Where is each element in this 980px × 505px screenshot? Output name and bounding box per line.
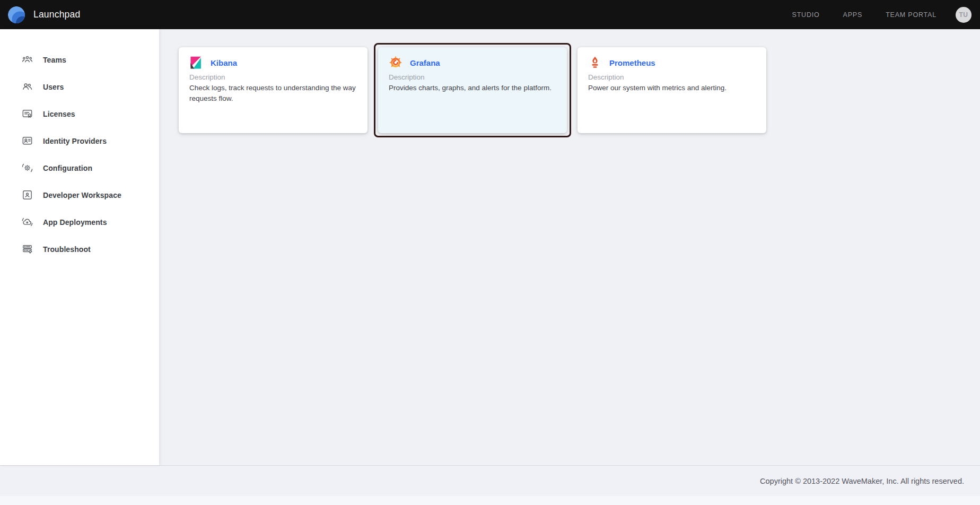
footer: Copyright © 2013-2022 WaveMaker, Inc. Al…	[0, 465, 980, 496]
app-link-grafana[interactable]: Grafana	[410, 58, 440, 67]
app-description: Power our system with metrics and alerti…	[588, 83, 756, 93]
sidebar-item-label: Developer Workspace	[43, 191, 121, 199]
main-content: Kibana Description Check logs, track req…	[159, 29, 980, 465]
brand[interactable]: Launchpad	[7, 6, 80, 24]
app-description: Check logs, track requests to understand…	[189, 83, 357, 103]
sidebar-item-label: App Deployments	[43, 218, 107, 227]
sidebar-item-licenses[interactable]: Licenses	[0, 100, 159, 127]
description-label: Description	[389, 73, 556, 81]
prometheus-logo-icon	[588, 56, 602, 69]
header-nav: STUDIO APPS TEAM PORTAL TU	[792, 7, 972, 23]
grafana-logo-icon	[389, 56, 402, 69]
top-header: Launchpad STUDIO APPS TEAM PORTAL TU	[0, 0, 980, 29]
kibana-logo-icon	[189, 56, 203, 69]
bottom-strip	[0, 496, 980, 505]
sidebar-item-label: Users	[43, 83, 64, 91]
sidebar-item-identity-providers[interactable]: Identity Providers	[0, 127, 159, 154]
app-card-prometheus[interactable]: Prometheus Description Power our system …	[578, 47, 766, 133]
app-card-wrap-prometheus: Prometheus Description Power our system …	[573, 43, 771, 137]
wavemaker-logo-icon	[7, 6, 25, 24]
sidebar-item-label: Licenses	[43, 110, 75, 118]
description-label: Description	[588, 73, 756, 81]
sidebar-item-label: Troubleshoot	[43, 245, 91, 254]
users-icon	[21, 81, 33, 93]
app-card-grid: Kibana Description Check logs, track req…	[179, 47, 980, 133]
troubleshoot-icon	[21, 243, 33, 255]
sidebar: Teams Users	[0, 29, 159, 465]
sidebar-item-label: Identity Providers	[43, 137, 107, 145]
sidebar-item-developer-workspace[interactable]: Developer Workspace	[0, 181, 159, 208]
licenses-icon	[21, 108, 33, 120]
app-card-wrap-kibana: Kibana Description Check logs, track req…	[174, 43, 372, 137]
launchpad-app: Launchpad STUDIO APPS TEAM PORTAL TU	[0, 0, 980, 505]
nav-link-apps[interactable]: APPS	[843, 11, 863, 19]
configuration-icon	[21, 162, 33, 174]
app-link-prometheus[interactable]: Prometheus	[609, 58, 655, 67]
app-deployments-icon	[21, 216, 33, 228]
app-card-grafana[interactable]: Grafana Description Provides charts, gra…	[378, 47, 567, 133]
sidebar-item-label: Configuration	[43, 164, 92, 172]
app-card-wrap-grafana-selected: Grafana Description Provides charts, gra…	[374, 43, 571, 137]
body-row: Teams Users	[0, 29, 980, 465]
copyright-text: Copyright © 2013-2022 WaveMaker, Inc. Al…	[760, 477, 964, 485]
nav-link-studio[interactable]: STUDIO	[792, 11, 820, 19]
sidebar-item-app-deployments[interactable]: App Deployments	[0, 208, 159, 236]
description-label: Description	[189, 73, 357, 81]
app-description: Provides charts, graphs, and alerts for …	[389, 83, 556, 93]
developer-workspace-icon	[21, 189, 33, 201]
user-avatar[interactable]: TU	[956, 7, 972, 23]
app-card-kibana[interactable]: Kibana Description Check logs, track req…	[179, 47, 368, 133]
sidebar-item-troubleshoot[interactable]: Troubleshoot	[0, 236, 159, 263]
identity-providers-icon	[21, 135, 33, 147]
nav-link-team-portal[interactable]: TEAM PORTAL	[886, 11, 937, 19]
sidebar-item-configuration[interactable]: Configuration	[0, 154, 159, 181]
sidebar-item-teams[interactable]: Teams	[0, 46, 159, 73]
sidebar-item-users[interactable]: Users	[0, 73, 159, 100]
app-title: Launchpad	[33, 9, 80, 20]
app-link-kibana[interactable]: Kibana	[211, 58, 237, 67]
teams-icon	[21, 54, 33, 66]
sidebar-item-label: Teams	[43, 56, 66, 64]
